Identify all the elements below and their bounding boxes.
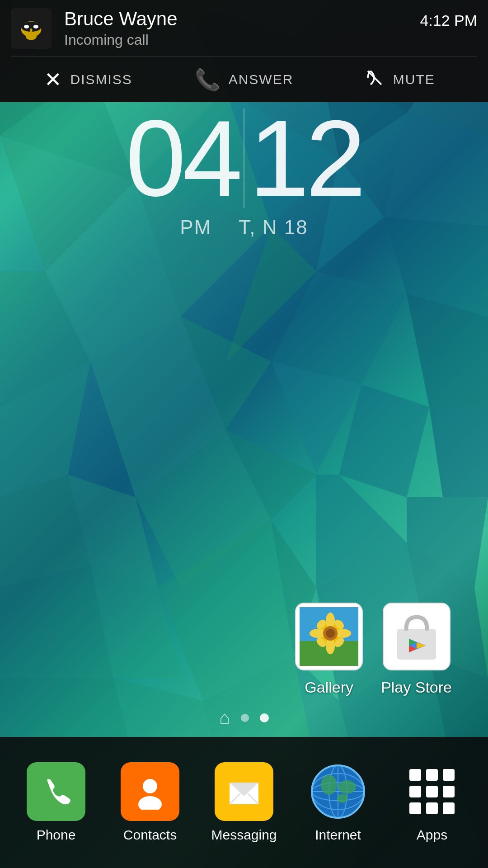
svg-rect-103 [443,786,455,797]
internet-label: Internet [315,827,361,843]
svg-rect-58 [30,28,33,32]
clock-minutes: 12 [249,104,362,212]
apps-icon-svg [405,764,459,819]
gallery-icon-svg [300,607,358,666]
svg-point-74 [326,629,335,638]
playstore-icon-svg [387,607,446,666]
notification-text: Bruce Wayne Incoming call [64,9,420,48]
svg-rect-99 [426,769,438,781]
svg-rect-100 [443,769,455,781]
apps-icon [403,762,461,821]
apps-label: Apps [417,827,447,843]
gallery-icon-image [295,603,363,670]
svg-point-94 [321,775,337,795]
svg-rect-101 [409,786,421,797]
contacts-label: Contacts [123,827,177,843]
notification-bar: Bruce Wayne Incoming call 4:12 PM ✕ DISM… [0,0,488,102]
svg-point-82 [138,796,162,810]
svg-marker-53 [35,12,41,21]
page-dot-2 [260,713,269,722]
messaging-icon-svg [226,774,262,810]
playstore-icon-image [383,603,450,670]
notification-time: 4:12 PM [420,8,477,29]
dock-messaging[interactable]: Messaging [197,762,291,843]
dismiss-icon: ✕ [44,69,62,90]
mute-label: MUTE [393,72,435,87]
gallery-app-icon[interactable]: Gallery [295,603,363,696]
contacts-icon [121,762,179,821]
clock-period: PM [180,216,211,239]
caller-avatar [11,8,52,49]
svg-rect-105 [426,802,438,814]
caller-name: Bruce Wayne [64,9,420,29]
messaging-icon [215,762,273,821]
dismiss-button[interactable]: ✕ DISMISS [11,69,166,90]
clock-divider [244,108,244,208]
messaging-label: Messaging [211,827,277,843]
clock-date: T, N 18 [239,216,308,239]
phone-icon-svg [38,774,74,810]
svg-point-59 [26,33,37,40]
home-indicators: ⌂ [0,708,488,728]
dock-contacts[interactable]: Contacts [103,762,197,843]
playstore-app-icon[interactable]: Play Store [381,603,452,696]
svg-point-81 [143,779,157,793]
svg-point-57 [33,25,38,28]
answer-icon: 📞 [195,69,221,90]
page-dot-1 [241,714,249,722]
svg-rect-104 [409,802,421,814]
internet-icon [309,762,367,821]
answer-label: ANSWER [229,72,294,87]
svg-rect-106 [443,802,455,814]
clock-area: 04 12 PM T, N 18 [0,104,488,239]
internet-icon-svg [309,762,367,821]
svg-marker-26 [429,407,488,497]
dock: Phone Contacts Messaging [0,737,488,868]
call-status: Incoming call [64,32,420,48]
clock-hours: 04 [126,104,239,212]
clock-display: 04 12 [126,104,362,212]
mute-icon-svg [364,67,385,88]
contacts-icon-svg [132,774,168,810]
answer-button[interactable]: 📞 ANSWER [166,69,321,90]
phone-label: Phone [37,827,76,843]
svg-marker-52 [21,12,28,21]
svg-rect-98 [409,769,421,781]
mute-icon [364,67,385,91]
dock-internet[interactable]: Internet [291,762,385,843]
desktop-icons: Gallery Play Store [295,603,452,696]
notification-header: Bruce Wayne Incoming call 4:12 PM [11,8,477,56]
batman-icon [13,10,49,47]
mute-button[interactable]: MUTE [322,67,477,91]
svg-point-95 [338,780,356,794]
svg-point-56 [24,25,29,28]
phone-icon [27,762,85,821]
playstore-label: Play Store [381,679,452,696]
notification-actions: ✕ DISMISS 📞 ANSWER MUTE [11,56,477,102]
svg-rect-102 [426,786,438,797]
svg-point-96 [337,794,348,803]
gallery-label: Gallery [305,679,353,696]
dock-apps[interactable]: Apps [385,762,479,843]
home-button[interactable]: ⌂ [219,708,230,728]
dock-phone[interactable]: Phone [9,762,103,843]
dismiss-label: DISMISS [70,72,132,87]
clock-sub: PM T, N 18 [180,216,308,239]
